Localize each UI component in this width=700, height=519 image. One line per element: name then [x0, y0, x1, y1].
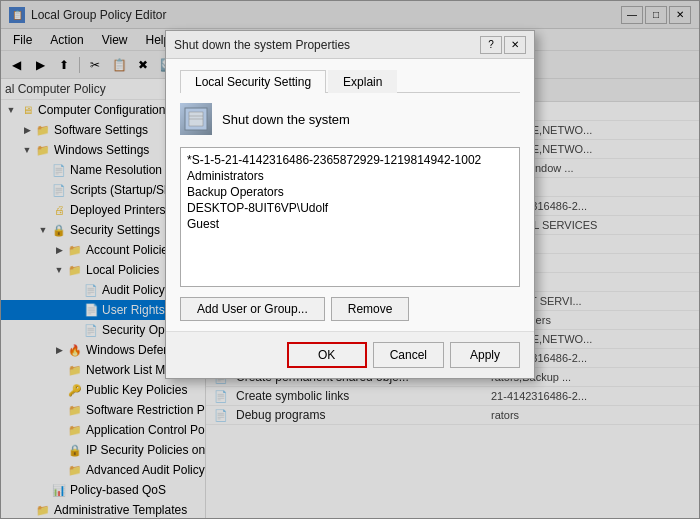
apply-button[interactable]: Apply — [450, 342, 520, 368]
dialog-close-button[interactable]: ✕ — [504, 36, 526, 54]
dialog-action-buttons: Add User or Group... Remove — [180, 297, 520, 321]
dialog-controls: ? ✕ — [480, 36, 526, 54]
dialog-footer: OK Cancel Apply — [166, 331, 534, 378]
list-item[interactable]: DESKTOP-8UIT6VP\Udolf — [185, 200, 515, 216]
list-item[interactable]: *S-1-5-21-4142316486-2365872929-12198149… — [185, 152, 515, 168]
dialog-help-button[interactable]: ? — [480, 36, 502, 54]
tab-explain[interactable]: Explain — [328, 70, 397, 93]
list-item[interactable]: Administrators — [185, 168, 515, 184]
policy-members-list[interactable]: *S-1-5-21-4142316486-2365872929-12198149… — [180, 147, 520, 287]
policy-header: Shut down the system — [180, 103, 520, 135]
tab-local-security[interactable]: Local Security Setting — [180, 70, 326, 93]
dialog-tabs: Local Security Setting Explain — [180, 69, 520, 93]
dialog-title: Shut down the system Properties — [174, 38, 350, 52]
cancel-button[interactable]: Cancel — [373, 342, 444, 368]
dialog-content: Local Security Setting Explain Shut down… — [166, 59, 534, 331]
properties-dialog: Shut down the system Properties ? ✕ Loca… — [165, 30, 535, 379]
list-item[interactable]: Backup Operators — [185, 184, 515, 200]
list-item[interactable]: Guest — [185, 216, 515, 232]
dialog-overlay: Shut down the system Properties ? ✕ Loca… — [0, 0, 700, 519]
policy-name: Shut down the system — [222, 112, 350, 127]
remove-button[interactable]: Remove — [331, 297, 410, 321]
add-user-button[interactable]: Add User or Group... — [180, 297, 325, 321]
dialog-titlebar: Shut down the system Properties ? ✕ — [166, 31, 534, 59]
ok-button[interactable]: OK — [287, 342, 367, 368]
policy-icon — [180, 103, 212, 135]
